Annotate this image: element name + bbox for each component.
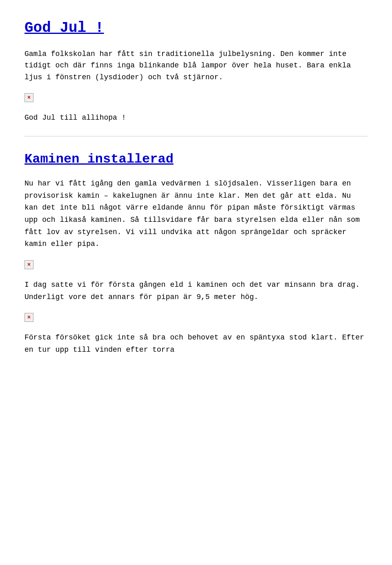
intro-paragraph-2: God Jul till allihopa ! <box>24 112 368 124</box>
intro-paragraph-1: Gamla folkskolan har fått sin traditione… <box>24 48 368 83</box>
page-title: God Jul ! <box>24 16 368 40</box>
broken-image-1 <box>24 89 368 106</box>
body-paragraph-2: I dag satte vi för första gången eld i k… <box>24 279 368 303</box>
broken-image-2 <box>24 256 368 273</box>
body-paragraph-1: Nu har vi fått igång den gamla vedvärmen… <box>24 178 368 250</box>
section-title: Kaminen installerad <box>24 149 368 170</box>
broken-image-3 <box>24 309 368 326</box>
body-paragraph-3: Första försöket gick inte så bra och beh… <box>24 332 368 356</box>
section-divider <box>24 136 368 136</box>
